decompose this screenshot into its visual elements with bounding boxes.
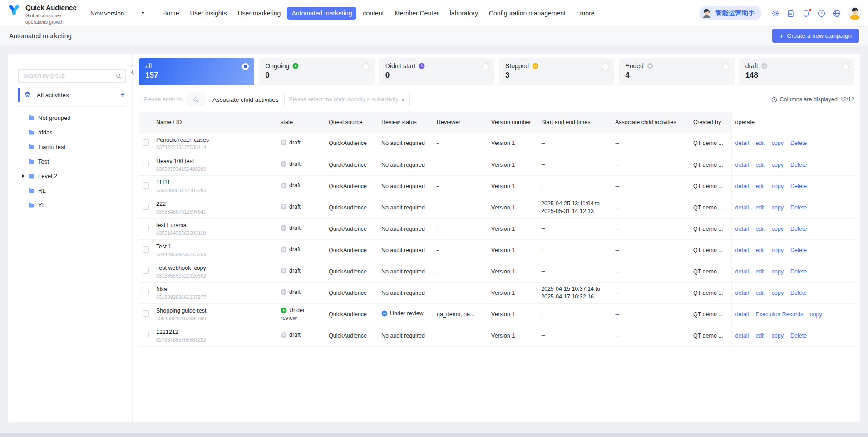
campaign-name[interactable]: Shopping guide test [156,307,273,314]
action-edit[interactable]: edit [755,183,764,189]
group-search-input[interactable] [23,73,116,79]
status-card-stopped[interactable]: Stopped3 [499,58,614,85]
nav-user-marketing[interactable]: User marketing [233,7,285,20]
row-checkbox[interactable] [143,139,149,146]
help-icon[interactable]: ? [818,10,825,17]
campaign-name[interactable]: 11111 [156,179,273,186]
row-checkbox[interactable] [143,332,149,338]
action-delete[interactable]: Delete [790,162,807,168]
action-edit[interactable]: edit [755,268,764,275]
action-copy[interactable]: copy [810,311,822,318]
nav-home[interactable]: Home [158,7,183,20]
action-delete[interactable]: Delete [790,290,807,296]
row-checkbox[interactable] [143,204,149,210]
columns-displayed-control[interactable]: Columns are displayed 12/12 [771,96,854,103]
main-activity-select[interactable]: Please select the Main Activity > subact… [284,93,410,106]
language-icon[interactable] [833,10,841,17]
action-copy[interactable]: copy [772,333,784,339]
status-card-draft[interactable]: draft148 [739,58,854,85]
sidebar-collapse-handle[interactable]: ❮ [129,65,136,78]
nav-member-center[interactable]: Member Center [390,7,443,20]
row-checkbox[interactable] [143,161,149,167]
action-execution-records[interactable]: Execution Records [755,311,803,318]
nav-content[interactable]: content [358,7,388,20]
row-checkbox[interactable] [143,268,149,274]
action-detail[interactable]: detail [735,290,749,296]
version-selector[interactable]: New version ... ▼ [90,10,145,17]
status-card-radio[interactable] [722,63,729,70]
action-detail[interactable]: detail [735,333,749,339]
sidebar-group-level-2[interactable]: Level 2 [28,169,126,183]
campaign-name[interactable]: 222 [156,200,273,208]
status-card-ongoing[interactable]: Ongoing0 [259,58,374,85]
search-icon[interactable] [116,73,122,79]
row-checkbox[interactable] [143,289,149,295]
action-copy[interactable]: copy [772,183,784,189]
action-copy[interactable]: copy [772,290,784,296]
status-card-radio[interactable] [482,63,489,70]
campaign-name[interactable]: Test 1 [156,243,273,250]
sidebar-group-test[interactable]: Test [28,154,126,169]
ai-assistant-button[interactable]: 智能运营助手 [699,6,761,20]
row-checkbox[interactable] [143,246,149,253]
nav-laboratory[interactable]: laboratory [445,7,483,20]
action-edit[interactable]: edit [755,226,764,232]
status-card-radio[interactable] [362,63,369,70]
action-delete[interactable]: Delete [790,204,807,211]
campaign-name[interactable]: test Furama [156,222,273,229]
settings-icon[interactable] [771,10,779,17]
action-edit[interactable]: edit [755,162,764,168]
action-detail[interactable]: detail [735,183,749,189]
create-campaign-button[interactable]: + Create a new campaign [772,29,859,43]
action-copy[interactable]: copy [772,162,784,168]
nav-more[interactable]: : more [572,7,599,20]
sidebar-group-tianfu-test[interactable]: Tianfu test [28,139,126,154]
action-delete[interactable]: Delete [790,140,807,146]
user-avatar[interactable] [848,6,862,20]
action-copy[interactable]: copy [772,247,784,253]
tasks-icon[interactable] [787,10,794,17]
sidebar-group-rl[interactable]: RL [28,183,126,198]
sidebar-group-afdas[interactable]: afdas [28,125,126,139]
action-detail[interactable]: detail [735,311,749,318]
action-copy[interactable]: copy [772,204,784,211]
action-detail[interactable]: detail [735,204,749,211]
row-checkbox[interactable] [143,310,149,317]
status-card-didn-t-start[interactable]: Didn't start0 [379,58,494,85]
action-copy[interactable]: copy [772,268,784,275]
campaign-name[interactable]: Periodic reach cases [156,136,273,144]
action-detail[interactable]: detail [735,226,749,232]
status-card-radio[interactable] [842,63,849,70]
row-checkbox[interactable] [143,225,149,231]
action-detail[interactable]: detail [735,140,749,146]
action-detail[interactable]: detail [735,268,749,275]
action-edit[interactable]: edit [755,333,764,339]
campaign-name[interactable]: Heavy 100 test [156,158,273,165]
sidebar-group-yl[interactable]: YL [28,198,126,212]
action-delete[interactable]: Delete [790,183,807,189]
row-checkbox[interactable] [143,182,149,189]
add-group-button[interactable]: + [120,90,125,99]
status-card-all[interactable]: all157 [139,58,254,85]
campaign-name[interactable]: Test webhook_copy [156,264,273,272]
action-edit[interactable]: edit [755,204,764,211]
action-detail[interactable]: detail [735,162,749,168]
event-search-input[interactable] [139,93,187,106]
nav-automated-marketing[interactable]: Automated marketing [287,7,356,20]
action-delete[interactable]: Delete [790,333,807,339]
action-detail[interactable]: detail [735,247,749,253]
nav-configuration-management[interactable]: Configuration management [484,7,570,20]
action-delete[interactable]: Delete [790,226,807,232]
action-edit[interactable]: edit [755,290,764,296]
action-edit[interactable]: edit [755,140,764,146]
event-search-button[interactable] [187,93,205,106]
caret-right-icon[interactable] [21,174,25,178]
status-card-ended[interactable]: Ended4 [619,58,734,85]
notifications-icon[interactable] [802,10,810,17]
sidebar-item-all-activities[interactable]: All activities + [18,88,126,102]
action-delete[interactable]: Delete [790,268,807,275]
action-edit[interactable]: edit [755,247,764,253]
action-delete[interactable]: Delete [790,247,807,253]
campaign-name[interactable]: 1221212 [156,328,273,336]
nav-user-insights[interactable]: User insights [186,7,232,20]
